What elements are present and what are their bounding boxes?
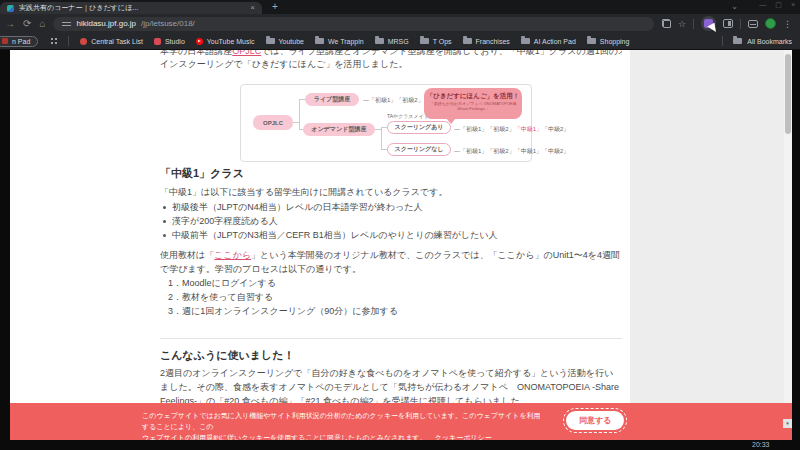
home-icon[interactable]: ⌂ — [39, 19, 45, 29]
all-bookmarks-button[interactable]: All Bookmarks — [722, 36, 792, 46]
bookmark-folder[interactable]: We Trappin — [315, 38, 364, 45]
url-path: /jp/letsuse/018/ — [141, 19, 195, 28]
profile-avatar[interactable] — [765, 18, 776, 29]
list-item: 中級前半（JLPTのN3相当／CEFR B1相当）レベルのやりとりの練習がしたい… — [160, 228, 497, 242]
url-domain: hikidasu.jpf.go.jp — [76, 19, 136, 28]
site-info-icon[interactable] — [62, 20, 71, 28]
bookmark-favicon-icon — [80, 38, 87, 45]
bookmark-item[interactable]: Central Task List — [80, 38, 143, 45]
folder-icon — [733, 38, 742, 44]
list-item: 1．Moodleにログインする — [168, 276, 398, 290]
youtube-music-icon — [196, 38, 203, 45]
divider — [68, 36, 69, 46]
address-bar[interactable]: hikidasu.jpf.go.jp /jp/letsuse/018/ — [53, 17, 653, 31]
list-item: 初級後半（JLPTのN4相当）レベルの日本語学習が終わった人 — [160, 200, 497, 214]
highlight-chukyu1: 「中級1」 — [515, 126, 542, 132]
desktop-edge-left — [0, 50, 10, 440]
screen: 実践共有のコーナー｜ひきだすにほ... × + ⌄ — ▢ × → ⟳ ⌂ hi… — [0, 0, 800, 450]
diagram-node-schooling-no: スクーリングなし — [387, 143, 451, 156]
bookmark-favicon-icon — [154, 38, 161, 45]
bookmark-folder[interactable]: T Ops — [420, 38, 452, 45]
section-divider — [160, 338, 622, 339]
bookmark-folder[interactable]: MRSG — [375, 38, 409, 45]
bookmark-favicon-icon — [2, 38, 8, 44]
bookmark-folder[interactable]: AI Action Pad — [521, 38, 576, 45]
tab-favicon-icon — [7, 5, 14, 12]
cookie-banner-text: このウェブサイトではお気に入り機能やサイト利用状況の分析のためのクッキーを利用し… — [142, 410, 542, 440]
desktop-edge-right — [792, 50, 800, 440]
paragraph: 2週目のオンラインスクーリングで「自分の好きな食べものをオノマトペを使って紹介す… — [160, 366, 622, 408]
bubble-title: 「ひきだすにほんご」を活用！ — [424, 92, 522, 101]
new-tab-button[interactable]: + — [272, 1, 278, 12]
bookmark-item[interactable]: Studio — [154, 38, 185, 45]
window-minimize-icon[interactable]: — — [759, 1, 766, 9]
diagram-node-schooling-yes: スクーリングあり — [387, 121, 451, 134]
diagram-no-result: ―「初級1」「初級2」「中級1」「中級2」 — [454, 147, 569, 156]
kokokara-link[interactable]: ここから — [214, 250, 251, 260]
diagram-speech-bubble: 「ひきだすにほんご」を活用！ 「気持ちが伝わるオノマトペ ONOMATOPOEI… — [424, 88, 522, 119]
divider — [693, 19, 694, 29]
list-item: 3．週に1回オンラインスクーリング（90分）に参加する — [168, 304, 398, 318]
taskbar-sliver: 20:33 — [0, 440, 800, 450]
forward-icon[interactable]: → — [5, 19, 15, 29]
side-panel-icon[interactable] — [723, 19, 733, 28]
scrollbar-down-icon[interactable]: ▾ — [783, 419, 792, 428]
diagram-node-ondemand: オンデマンド型講座 — [303, 123, 375, 136]
folder-icon — [375, 38, 384, 44]
agree-button[interactable]: 同意する — [566, 411, 624, 430]
translate-icon[interactable] — [662, 19, 671, 28]
diagram-node-live: ライブ型講座 — [305, 93, 359, 106]
bookmark-folder[interactable]: Shopping — [587, 38, 630, 45]
paragraph: 「中級1」は以下に該当する留学生向けに開講されているクラスです。 — [160, 186, 447, 199]
folder-icon — [315, 38, 324, 44]
tab-strip: 実践共有のコーナー｜ひきだすにほ... × + ⌄ — ▢ × — [0, 0, 800, 14]
bookmark-star-icon[interactable]: ☆ — [678, 19, 686, 29]
diagram-live-result: ―「初級1」「初級2」 — [363, 96, 424, 105]
bookmarks-bar: n Pad Central Task List Studio YouTube M… — [0, 33, 800, 50]
scrollbar-track[interactable] — [784, 50, 792, 403]
scrollbar-thumb[interactable] — [785, 54, 791, 134]
cookie-consent-banner: このウェブサイトではお気に入り機能やサイト利用状況の分析のためのクッキーを利用し… — [10, 403, 792, 440]
cookie-policy-link[interactable]: クッキーポリシー — [435, 434, 492, 440]
browser-chrome: 実践共有のコーナー｜ひきだすにほ... × + ⌄ — ▢ × → ⟳ ⌂ hi… — [0, 0, 800, 50]
bookmark-folder[interactable]: Youtube — [266, 38, 304, 45]
bullet-list: 初級後半（JLPTのN4相当）レベルの日本語学習が終わった人 漢字が200字程度… — [160, 200, 497, 242]
wallet-extension-icon[interactable] — [748, 20, 758, 28]
menu-kebab-icon[interactable]: ⋮ — [783, 19, 792, 29]
active-tab[interactable]: 実践共有のコーナー｜ひきだすにほ... × — [0, 2, 262, 14]
apps-grid-icon[interactable] — [51, 38, 53, 40]
reload-icon[interactable]: ⟳ — [23, 19, 31, 29]
tab-search-icon[interactable]: ⌄ — [731, 2, 738, 11]
taskbar-clock: 20:33 — [752, 441, 770, 448]
folder-icon — [521, 38, 530, 44]
intro-paragraph-clipped: 本学の日本語講座OPJLCでは、ライブ型講座とオンデマンド型講座を開講しており、… — [160, 50, 622, 58]
paragraph: 使用教材は「ここから」という本学開発のオリジナル教材で、このクラスでは、「ここか… — [160, 248, 622, 276]
section-heading-usage: こんなふうに使いました！ — [160, 348, 295, 363]
divider — [722, 36, 723, 46]
bookmark-item[interactable]: YouTube Music — [196, 38, 255, 45]
folder-icon — [266, 38, 275, 44]
numbered-steps: 1．Moodleにログインする 2．教材を使って自習する 3．週に1回オンライン… — [160, 276, 398, 318]
course-structure-diagram: OPJLC ライブ型講座 ―「初級1」「初級2」 オンデマンド型講座 TAやクラ… — [240, 84, 532, 162]
divider — [740, 19, 741, 29]
browser-toolbar: → ⟳ ⌂ hikidasu.jpf.go.jp /jp/letsuse/018… — [0, 14, 800, 33]
list-item: 2．教材を使って自習する — [168, 290, 398, 304]
page-viewport: 本学の日本語講座OPJLCでは、ライブ型講座とオンデマンド型講座を開講しており、… — [10, 50, 792, 440]
bookmark-pill[interactable]: n Pad — [0, 36, 38, 47]
list-item: 漢字が200字程度読める人 — [160, 214, 497, 228]
tab-close-icon[interactable]: × — [250, 4, 255, 12]
diagram-node-opjlc: OPJLC — [253, 115, 293, 130]
folder-icon — [420, 38, 429, 44]
folder-icon — [587, 38, 596, 44]
extension-purple-icon[interactable] — [701, 16, 716, 31]
bookmark-folder[interactable]: Franchises — [463, 38, 510, 45]
section-heading-chukyu1: 「中級1」クラス — [160, 166, 244, 181]
folder-icon — [463, 38, 472, 44]
window-close-icon[interactable]: × — [791, 1, 795, 9]
intro-paragraph-line2: インスクーリングで「ひきだすにほんご」を活用しました。 — [160, 58, 407, 71]
window-maximize-icon[interactable]: ▢ — [775, 1, 782, 9]
inline-link[interactable]: OPJLC — [232, 50, 261, 56]
window-controls: — ▢ × — [759, 1, 795, 9]
tab-title: 実践共有のコーナー｜ひきだすにほ... — [19, 3, 245, 13]
toolbar-actions: ☆ ⋮ — [662, 16, 795, 31]
